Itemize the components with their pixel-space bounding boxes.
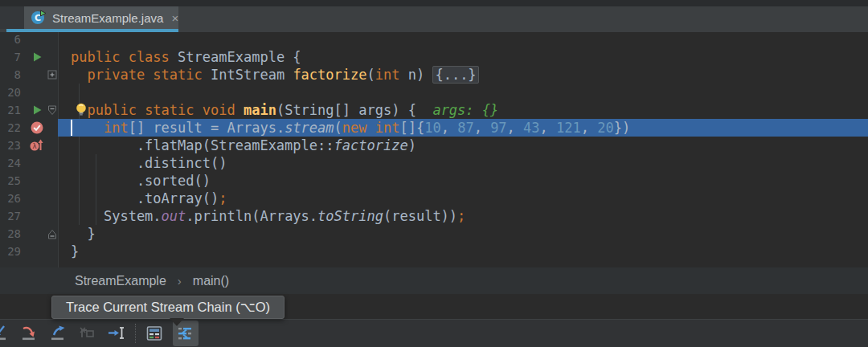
gutter[interactable]: 21 [0, 101, 58, 119]
execution-line-code[interactable]: int[] result = Arrays.stream(new int[]{1… [58, 119, 868, 137]
verified-breakpoint-icon[interactable] [27, 119, 47, 137]
gutter[interactable]: 24 [0, 154, 58, 172]
line-number: 29 [0, 243, 21, 260]
line-number: 26 [0, 190, 21, 207]
gutter[interactable]: 6 [0, 31, 58, 48]
code-segment: (String[] args) { [276, 102, 416, 118]
breadcrumb-method[interactable]: main() [193, 274, 229, 288]
fold-slot [47, 207, 58, 225]
code-segment: factorize [293, 67, 366, 83]
step-into-button[interactable] [0, 322, 11, 345]
lambda-breakpoint-icon[interactable]: λ [27, 137, 47, 154]
code-line-24[interactable]: 24 .distinct() [0, 154, 868, 172]
line-number: 23 [0, 137, 21, 154]
gutter[interactable]: 28 [0, 225, 58, 243]
breadcrumb-class[interactable]: StreamExample [75, 274, 166, 288]
gutter[interactable]: 20 [0, 84, 58, 101]
gutter-icon-slot [27, 66, 47, 84]
intention-bulb-icon[interactable] [74, 102, 88, 120]
evaluate-expression-button[interactable] [144, 322, 165, 345]
code-segment: ; [457, 208, 465, 224]
code-segment [416, 102, 432, 118]
code-line-8[interactable]: 8 private static IntStream factorize(int… [0, 66, 868, 84]
gutter[interactable]: 8 [0, 66, 58, 84]
code-text[interactable]: } [58, 225, 868, 243]
code-text[interactable]: .sorted() [58, 172, 868, 190]
gutter[interactable]: 23λ [0, 137, 58, 154]
editor-tab-bar: C StreamExample.java × [0, 0, 868, 32]
code-text[interactable]: .toArray(); [58, 190, 868, 207]
gutter[interactable]: 22 [0, 119, 58, 137]
code-text[interactable]: private static IntStream factorize(int n… [58, 66, 868, 84]
code-text[interactable] [58, 84, 868, 101]
code-segment: public class [71, 49, 178, 65]
code-line-7[interactable]: 7public class StreamExample { [0, 48, 868, 66]
code-segment: {...} [432, 66, 478, 84]
code-line-21[interactable]: 21 public static void main(String[] args… [0, 101, 868, 119]
code-segment: 20 [597, 120, 613, 136]
step-out-button[interactable] [48, 322, 69, 345]
tab-close-icon[interactable]: × [171, 12, 178, 24]
gutter[interactable]: 26 [0, 190, 58, 207]
code-line-6[interactable]: 6 [0, 31, 868, 48]
drop-frame-button[interactable] [77, 322, 98, 345]
gutter-icon-slot [27, 172, 47, 190]
code-line-20[interactable]: 20 [0, 84, 868, 101]
fold-end-icon[interactable] [47, 225, 58, 243]
breadcrumb-separator-icon: › [178, 274, 182, 288]
force-step-into-button[interactable] [19, 322, 40, 345]
code-segment: .toArray() [71, 190, 219, 206]
code-line-25[interactable]: 25 .sorted() [0, 172, 868, 190]
code-text[interactable]: } [58, 243, 868, 260]
code-text[interactable]: public static void main(String[] args) {… [58, 101, 868, 119]
code-text[interactable]: public class StreamExample { [58, 48, 868, 66]
code-segment: ( [367, 67, 375, 83]
fold-collapsed-icon[interactable] [47, 66, 58, 84]
trace-stream-chain-icon [177, 325, 194, 342]
fold-slot [47, 137, 58, 154]
run-icon[interactable] [27, 48, 47, 66]
gutter[interactable]: 7 [0, 48, 58, 66]
gutter[interactable]: 29 [0, 243, 58, 260]
line-number: 20 [0, 84, 21, 101]
code-line-26[interactable]: 26 .toArray(); [0, 190, 868, 207]
code-segment: IntStream [211, 67, 293, 83]
code-text[interactable] [58, 31, 868, 48]
code-editor[interactable]: 67public class StreamExample {8 private … [0, 32, 868, 267]
run-icon[interactable] [27, 101, 47, 119]
code-segment: n) [399, 67, 432, 83]
fold-slot [47, 48, 58, 66]
code-line-28[interactable]: 28 } [0, 225, 868, 243]
code-segment: main [244, 102, 276, 118]
code-text[interactable]: System.out.println(Arrays.toString(resul… [58, 207, 868, 225]
step-into-icon [0, 324, 10, 343]
code-segment: new int [342, 120, 400, 136]
code-line-29[interactable]: 29} [0, 243, 868, 260]
breadcrumb: StreamExample › main() [0, 267, 868, 294]
code-line-22[interactable]: 22 int[] result = Arrays.stream(new int[… [0, 119, 868, 137]
code-segment: .flatMap(StreamExample:: [71, 137, 334, 153]
debug-toolbar [0, 319, 868, 347]
code-segment: toString [317, 208, 383, 224]
code-segment: , [581, 120, 597, 136]
code-segment: StreamExample { [178, 49, 301, 65]
step-out-icon [49, 324, 68, 343]
toolbar-separator [135, 324, 136, 343]
tab-streamexample-java[interactable]: C StreamExample.java × [24, 6, 178, 29]
code-line-27[interactable]: 27 System.out.println(Arrays.toString(re… [0, 207, 868, 225]
gutter-icon-slot [27, 31, 47, 48]
code-segment: .distinct() [71, 155, 227, 171]
gutter[interactable]: 27 [0, 207, 58, 225]
line-number: 25 [0, 172, 21, 190]
fold-slot [47, 190, 58, 207]
code-segment: .println(Arrays. [186, 208, 317, 224]
line-number: 8 [0, 66, 21, 84]
code-line-23[interactable]: 23λ .flatMap(StreamExample::factorize) [0, 137, 868, 154]
run-to-cursor-button[interactable] [106, 322, 127, 345]
code-segment [71, 67, 87, 83]
gutter[interactable]: 25 [0, 172, 58, 190]
fold-open-icon[interactable] [47, 101, 58, 119]
code-text[interactable]: .distinct() [58, 154, 868, 172]
code-text[interactable]: .flatMap(StreamExample::factorize) [58, 137, 868, 154]
code-segment: ) [408, 137, 416, 153]
